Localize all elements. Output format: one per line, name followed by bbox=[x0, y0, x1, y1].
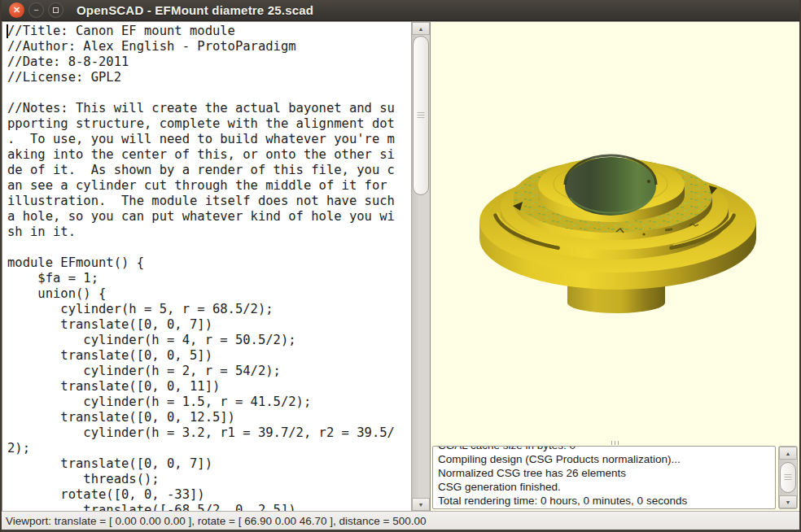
code-editor[interactable]: //Title: Canon EF mount module //Author:… bbox=[2, 22, 411, 511]
viewport-status-text: Viewport: translate = [ 0.00 0.00 0.00 ]… bbox=[6, 515, 427, 527]
main-area: //Title: Canon EF mount module //Author:… bbox=[2, 21, 799, 511]
maximize-icon bbox=[53, 7, 59, 13]
arrow-up-icon: ▲ bbox=[418, 26, 424, 32]
statusbar: Viewport: translate = [ 0.00 0.00 0.00 ]… bbox=[2, 511, 799, 530]
maximize-button[interactable] bbox=[48, 2, 63, 18]
close-button[interactable]: ✕ bbox=[9, 2, 24, 18]
editor-scrollbar-thumb[interactable] bbox=[413, 36, 429, 195]
console-scrollbar[interactable]: ▲ ▼ bbox=[778, 446, 798, 509]
editor-scrollbar[interactable]: ▲ ▼ bbox=[411, 22, 430, 511]
console-splitter-handle[interactable] bbox=[431, 439, 799, 446]
console-scrollbar-track[interactable] bbox=[779, 460, 797, 495]
console-row: CGAL cache size in bytes: 0 Compiling de… bbox=[431, 446, 799, 511]
arrow-up-icon: ▲ bbox=[786, 451, 791, 456]
minimize-button[interactable]: − bbox=[28, 2, 44, 18]
arrow-down-icon: ▼ bbox=[786, 499, 791, 505]
scroll-down-button[interactable]: ▼ bbox=[412, 498, 430, 511]
console-text: CGAL cache size in bytes: 0 Compiling de… bbox=[433, 446, 775, 508]
openscad-window: ✕ − OpenSCAD - EFMount diametre 25.scad … bbox=[0, 0, 801, 532]
editor-pane: //Title: Canon EF mount module //Author:… bbox=[2, 21, 431, 511]
titlebar[interactable]: ✕ − OpenSCAD - EFMount diametre 25.scad bbox=[2, 0, 799, 21]
console-output[interactable]: CGAL cache size in bytes: 0 Compiling de… bbox=[432, 446, 776, 509]
editor-scrollbar-track[interactable] bbox=[412, 35, 430, 498]
scrollbar-grip-icon bbox=[418, 112, 425, 119]
text-cursor bbox=[7, 24, 8, 38]
window-title: OpenSCAD - EFMount diametre 25.scad bbox=[77, 3, 313, 17]
console-scrollbar-thumb[interactable] bbox=[780, 462, 796, 493]
arrow-down-icon: ▼ bbox=[418, 502, 424, 508]
console-scroll-down-button[interactable]: ▼ bbox=[779, 495, 797, 508]
scrollbar-grip-icon bbox=[785, 474, 792, 481]
3d-model-render[interactable] bbox=[431, 22, 799, 439]
minimize-icon: − bbox=[33, 6, 38, 15]
close-icon: ✕ bbox=[13, 6, 20, 15]
code-text[interactable]: //Title: Canon EF mount module //Author:… bbox=[2, 22, 411, 511]
3d-viewport[interactable] bbox=[431, 22, 799, 439]
scroll-up-button[interactable]: ▲ bbox=[412, 22, 430, 35]
console-scroll-up-button[interactable]: ▲ bbox=[779, 447, 797, 460]
right-pane: CGAL cache size in bytes: 0 Compiling de… bbox=[431, 21, 799, 511]
